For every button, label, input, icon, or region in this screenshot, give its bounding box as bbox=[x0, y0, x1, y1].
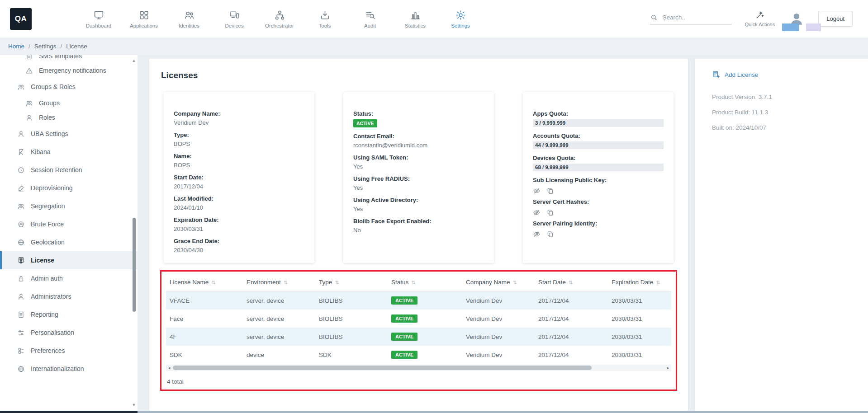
field-value: 2024/01/10 bbox=[174, 204, 304, 211]
field-server-cert-hashes: Server Cert Hashes: bbox=[533, 198, 664, 216]
licenses-table: License Name Environment Type Status Com… bbox=[166, 273, 671, 364]
add-license-label: Add License bbox=[725, 71, 758, 78]
field-value: Veridium Dev bbox=[174, 119, 304, 126]
scroll-right-arrow-icon[interactable]: ► bbox=[665, 366, 671, 370]
copy-icon[interactable] bbox=[546, 209, 554, 216]
eye-off-icon[interactable] bbox=[533, 209, 541, 216]
nav-item-tools[interactable]: Tools bbox=[308, 9, 341, 28]
avatar-sub-badge-2 bbox=[806, 23, 821, 31]
brand-logo[interactable]: QA bbox=[10, 8, 32, 30]
breadcrumb-home[interactable]: Home bbox=[8, 43, 24, 50]
brute-force-icon bbox=[17, 221, 25, 228]
column-header-status[interactable]: Status bbox=[388, 273, 462, 291]
column-header-type[interactable]: Type bbox=[315, 273, 388, 291]
emergency-notifications-icon bbox=[25, 67, 33, 75]
column-header-start-date[interactable]: Start Date bbox=[535, 273, 608, 291]
field-label: Grace End Date: bbox=[174, 238, 304, 245]
quick-actions-button[interactable]: Quick Actions bbox=[745, 10, 775, 27]
copy-icon[interactable] bbox=[546, 187, 554, 195]
license-info-cards: Company Name: Veridium Dev Type: BOPS Na… bbox=[160, 92, 677, 263]
nav-item-devices[interactable]: Devices bbox=[218, 9, 251, 28]
cell-start-date: 2017/12/04 bbox=[535, 291, 608, 310]
logout-button[interactable]: Logout bbox=[818, 11, 853, 27]
column-header-license-name[interactable]: License Name bbox=[166, 273, 243, 291]
sidebar-item-personalisation[interactable]: Personalisation bbox=[0, 324, 138, 342]
column-header-environment[interactable]: Environment bbox=[243, 273, 315, 291]
sidebar-item-license[interactable]: License bbox=[0, 251, 138, 269]
scroll-down-arrow-icon[interactable]: ▼ bbox=[131, 403, 137, 407]
nav-item-dashboard[interactable]: Dashboard bbox=[82, 9, 115, 28]
column-label: License Name bbox=[170, 279, 209, 286]
nav-label-orchestrator: Orchestrator bbox=[265, 23, 294, 28]
sidebar-item-geolocation[interactable]: Geolocation bbox=[0, 233, 138, 251]
eye-off-icon[interactable] bbox=[533, 187, 541, 195]
copy-icon[interactable] bbox=[546, 230, 554, 238]
field-last-modified: Last Modified: 2024/01/10 bbox=[174, 195, 304, 211]
sidebar-item-segregation[interactable]: Segregation bbox=[0, 197, 138, 215]
field-label: Devices Quota: bbox=[533, 155, 664, 162]
admin-auth-icon bbox=[17, 275, 25, 282]
sidebar-item-groups[interactable]: Groups bbox=[0, 96, 138, 110]
scrollbar-thumb[interactable] bbox=[173, 366, 592, 370]
sidebar-item-session-retention[interactable]: Session Retention bbox=[0, 161, 138, 179]
sidebar-item-label: Roles bbox=[39, 114, 55, 121]
sidebar-item-label: Emergency notifications bbox=[39, 67, 106, 74]
cell-expiration-date: 2030/03/31 bbox=[608, 328, 671, 346]
nav-item-orchestrator[interactable]: Orchestrator bbox=[263, 9, 296, 28]
sidebar-item-kibana[interactable]: Kibana bbox=[0, 143, 138, 161]
sidebar-item-deprovisioning[interactable]: Deprovisioning bbox=[0, 179, 138, 197]
add-license-button[interactable]: Add License bbox=[712, 70, 859, 79]
product-version: Product Version: 3.7.1 bbox=[712, 94, 859, 100]
table-row[interactable]: 4F server, device BIOLIBS ACTIVE Veridiu… bbox=[166, 328, 671, 346]
status-badge: ACTIVE bbox=[353, 119, 377, 127]
column-header-company-name[interactable]: Company Name bbox=[462, 273, 535, 291]
sidebar-item-brute-force[interactable]: Brute Force bbox=[0, 215, 138, 233]
sidebar-item-preferences[interactable]: Preferences bbox=[0, 342, 138, 360]
breadcrumb-settings[interactable]: Settings bbox=[34, 43, 57, 50]
column-label: Start Date bbox=[538, 279, 566, 286]
sidebar-item-internationalization[interactable]: Internationalization bbox=[0, 360, 138, 378]
quota-value: 68 / 9,999,999 bbox=[535, 164, 569, 170]
field-value: 2030/04/30 bbox=[174, 247, 304, 253]
top-navigation-bar: QA Dashboard Applications Identities Dev… bbox=[0, 0, 868, 38]
search-icon bbox=[650, 14, 658, 22]
field-devices-quota: Devices Quota: 68 / 9,999,999 bbox=[533, 155, 664, 171]
field-label: Contact Email: bbox=[353, 133, 484, 140]
sidebar-item-admin-auth[interactable]: Admin auth bbox=[0, 269, 138, 287]
nav-item-identities[interactable]: Identities bbox=[173, 9, 205, 28]
nav-item-applications[interactable]: Applications bbox=[128, 9, 160, 28]
column-label: Status bbox=[391, 279, 408, 286]
right-info-panel: Add License Product Version: 3.7.1 Produ… bbox=[695, 59, 868, 411]
nav-label-tools: Tools bbox=[319, 23, 331, 28]
search-input[interactable] bbox=[663, 14, 726, 21]
nav-item-statistics[interactable]: Statistics bbox=[399, 9, 432, 28]
sidebar-scrollbar-thumb[interactable] bbox=[133, 218, 136, 312]
applications-icon bbox=[138, 9, 150, 21]
field-value: Yes bbox=[353, 163, 484, 170]
sidebar-item-emergency-notifications[interactable]: Emergency notifications bbox=[0, 63, 138, 78]
sidebar-item-label: Kibana bbox=[31, 148, 51, 155]
table-row[interactable]: Face server, device BIOLIBS ACTIVE Verid… bbox=[166, 310, 671, 328]
sidebar-item-uba-settings[interactable]: UBA Settings bbox=[0, 125, 138, 143]
sidebar-item-reporting[interactable]: Reporting bbox=[0, 305, 138, 324]
scrollbar-track[interactable] bbox=[172, 365, 665, 371]
scroll-left-arrow-icon[interactable]: ◄ bbox=[166, 366, 172, 370]
eye-off-icon[interactable] bbox=[533, 230, 541, 238]
cell-type: BIOLIBS bbox=[315, 291, 388, 310]
field-label: Accounts Quota: bbox=[533, 132, 664, 140]
product-build: Product Build: 11.1.3 bbox=[712, 109, 859, 116]
sidebar-item-label: Groups & Roles bbox=[31, 83, 76, 90]
nav-item-settings[interactable]: Settings bbox=[444, 9, 477, 28]
quota-value: 44 / 9,999,999 bbox=[535, 142, 569, 148]
field-label: Biolib Face Export Enabled: bbox=[353, 218, 484, 225]
sidebar-item-sms-templates[interactable]: SMS templates bbox=[0, 55, 138, 63]
table-row[interactable]: VFACE server, device BIOLIBS ACTIVE Veri… bbox=[166, 291, 671, 310]
sidebar-item-roles[interactable]: Roles bbox=[0, 110, 138, 125]
sidebar-item-groups-roles[interactable]: Groups & Roles bbox=[0, 78, 138, 96]
scroll-up-arrow-icon[interactable]: ▲ bbox=[131, 59, 137, 63]
nav-item-audit[interactable]: Audit bbox=[354, 9, 386, 28]
field-free-radius: Using Free RADIUS: Yes bbox=[353, 175, 484, 191]
table-row[interactable]: SDK device SDK ACTIVE Veridium Dev 2017/… bbox=[166, 346, 671, 364]
column-header-expiration-date[interactable]: Expiration Date bbox=[608, 273, 671, 291]
sidebar-item-administrators[interactable]: Administrators bbox=[0, 287, 138, 305]
